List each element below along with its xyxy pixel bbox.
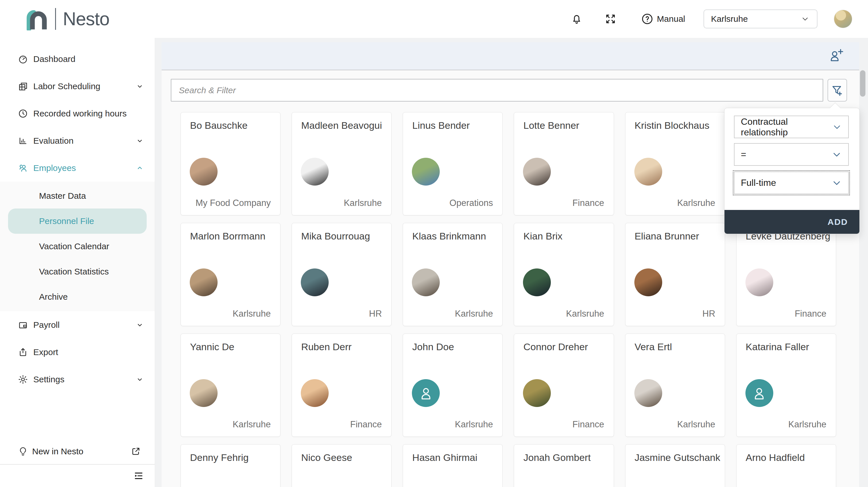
sidebar-item-export[interactable]: Export [0,338,155,366]
bell-icon[interactable] [570,12,583,25]
employee-location: Finance [572,198,604,208]
employee-card[interactable]: Bo Bauschke My Food Company [181,112,280,216]
person-add-icon[interactable] [828,47,844,64]
clock-icon [18,108,29,119]
sidebar-item-settings[interactable]: Settings [0,366,155,393]
employee-avatar [634,268,662,296]
external-link-icon[interactable] [131,446,141,457]
sidebar-item-label: Employees [33,163,76,173]
employee-card[interactable]: Nico Geese [291,444,392,487]
employee-avatar [634,379,662,407]
new-in-nesto-link[interactable]: New in Nesto [0,439,155,464]
labor-scheduling-icon [18,81,29,92]
sidebar-item-labor-scheduling[interactable]: Labor Scheduling [0,72,155,100]
sidebar-item-dashboard[interactable]: Dashboard [0,45,155,72]
employee-avatar [190,158,218,186]
employee-name: Linus Bender [412,120,470,131]
chevron-down-icon [136,376,144,384]
employee-card[interactable]: Kristin Blockhaus Karlsruhe [625,112,725,216]
employees-submenu: Master Data Personnel File Vacation Cale… [0,182,155,311]
evaluation-icon [18,136,29,146]
filter-operator-select[interactable]: = [734,143,849,166]
employee-avatar [301,158,329,186]
sidebar-item-employees[interactable]: Employees [0,154,155,182]
sidebar-item-vacation-statistics[interactable]: Vacation Statistics [8,259,147,284]
employee-location: Karlsruhe [566,309,604,319]
user-avatar[interactable] [834,10,852,28]
employee-location: Finance [572,419,604,430]
employee-location: Karlsruhe [455,419,493,430]
sidebar-item-master-data[interactable]: Master Data [8,183,147,208]
fullscreen-icon[interactable] [605,13,616,25]
filter-value-select[interactable]: Full-time [734,171,849,194]
sidebar-item-vacation-calendar[interactable]: Vacation Calendar [8,234,147,259]
sidebar-item-personnel-file[interactable]: Personnel File [8,208,147,234]
nesto-logo-mark-icon [25,7,51,30]
filter-field-select[interactable]: Contractual relationship [734,116,849,138]
manual-button[interactable]: Manual [641,12,685,25]
employee-card[interactable]: Ruben Derr Finance [291,333,392,437]
employee-card[interactable]: Levke Dautzenberg Finance [736,223,836,326]
employees-icon [18,163,29,173]
employee-avatar [301,268,329,296]
funnel-plus-icon [831,84,844,97]
employee-card[interactable]: Hasan Ghirmai [403,444,503,487]
employee-card[interactable]: Linus Bender Operations [403,112,503,216]
employee-name: Lotte Benner [523,120,579,131]
sidebar-item-payroll[interactable]: Payroll [0,311,155,338]
employee-name: Eliana Brunner [634,231,699,242]
person-icon [751,385,767,401]
chevron-down-icon [800,14,810,24]
employee-location: Karlsruhe [788,419,826,430]
employee-card[interactable]: Vera Ertl Karlsruhe [625,333,725,437]
add-filter-button[interactable]: ADD [828,217,848,227]
employee-card[interactable]: Klaas Brinkmann Karlsruhe [403,223,503,326]
employee-card[interactable]: Marlon Borrmann Karlsruhe [181,223,280,326]
employee-name: Hasan Ghirmai [412,452,477,463]
employee-avatar [301,379,329,407]
employee-avatar [412,379,440,407]
employee-card[interactable]: Yannic De Karlsruhe [181,333,280,437]
dashboard-icon [18,54,29,64]
employee-name: John Doe [412,341,454,353]
sidebar-item-label: Payroll [33,320,60,330]
employee-card[interactable]: Kian Brix Karlsruhe [514,223,614,326]
location-selector[interactable]: Karlsruhe [704,9,817,28]
employee-card[interactable]: Lotte Benner Finance [514,112,614,216]
employee-avatar [190,268,218,296]
employee-location: Karlsruhe [455,309,493,319]
sidebar-item-archive[interactable]: Archive [8,284,147,310]
sidebar-item-label: Dashboard [33,54,75,64]
chevron-down-icon [832,150,842,160]
employee-name: Klaas Brinkmann [412,231,486,242]
employee-card[interactable]: Eliana Brunner HR [625,223,725,326]
sidebar-item-recorded-working-hours[interactable]: Recorded working hours [0,100,155,127]
payroll-icon [18,320,29,330]
employee-card[interactable]: Jasmine Gutschank [625,444,725,487]
employee-location: Operations [450,198,493,208]
employee-name: Vera Ertl [634,341,672,353]
nesto-logo: Nesto [25,7,110,30]
employee-card[interactable]: Mika Bourrouag HR [291,223,392,326]
employee-card[interactable]: Arno Hadfield [736,444,836,487]
filter-add-button[interactable] [828,79,847,101]
vertical-scrollbar-thumb[interactable] [860,70,865,97]
employee-avatar [412,158,440,186]
employee-card[interactable]: Denny Fehrig [181,444,280,487]
search-input[interactable] [171,79,823,101]
employee-avatar [745,268,773,296]
employee-card[interactable]: Madleen Beavogui Karlsruhe [291,112,392,216]
employee-card[interactable]: Connor Dreher Finance [514,333,614,437]
employee-card[interactable]: John Doe Karlsruhe [403,333,503,437]
popup-footer: ADD [724,210,859,234]
employee-name: Kristin Blockhaus [634,120,710,131]
collapse-sidebar-icon[interactable] [133,470,144,482]
employee-card[interactable]: Jonah Gombert [514,444,614,487]
employee-avatar [745,379,773,407]
chevron-down-icon [136,137,144,145]
sidebar-item-evaluation[interactable]: Evaluation [0,127,155,154]
employee-name: Denny Fehrig [190,452,249,463]
filter-popup: Contractual relationship = Full-time ADD [724,108,860,234]
lightbulb-icon [18,446,28,457]
employee-card[interactable]: Katarina Faller Karlsruhe [736,333,836,437]
